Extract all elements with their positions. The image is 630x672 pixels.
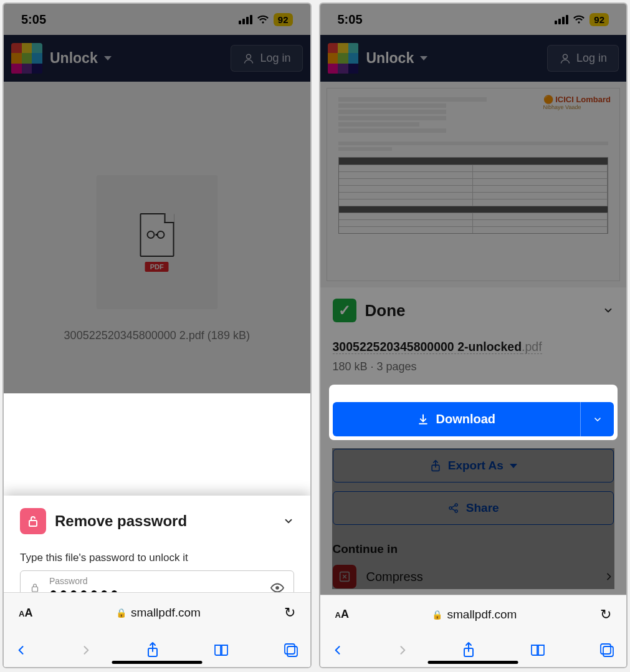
sheet-title: Remove password — [55, 512, 274, 530]
share-icon[interactable] — [145, 641, 160, 659]
lock-icon: 🔒 — [432, 610, 442, 620]
tool-dropdown[interactable]: Unlock — [50, 50, 112, 67]
done-label: Done — [365, 301, 594, 320]
compress-option[interactable]: Compress — [333, 565, 614, 588]
header-title: Unlock — [50, 50, 98, 67]
compress-icon — [333, 565, 356, 588]
app-header: Unlock Log in — [4, 35, 310, 82]
file-card: PDF — [96, 175, 217, 309]
back-icon[interactable] — [332, 642, 344, 658]
lock-icon: 🔒 — [116, 608, 126, 618]
export-as-button[interactable]: Export As — [333, 449, 614, 482]
compress-label: Compress — [366, 570, 594, 584]
text-size-button[interactable]: AA — [335, 608, 349, 621]
reload-icon[interactable]: ↻ — [600, 607, 611, 623]
status-bar: 5:05 92 — [4, 4, 310, 35]
svg-rect-6 — [287, 646, 297, 656]
svg-rect-15 — [603, 646, 613, 656]
bookmarks-icon[interactable] — [212, 643, 230, 658]
result-extension: .pdf — [522, 340, 542, 354]
chevron-right-icon — [604, 572, 614, 582]
home-indicator[interactable] — [112, 661, 202, 664]
battery-badge: 92 — [274, 13, 293, 26]
tabs-icon[interactable] — [599, 642, 615, 658]
result-filename[interactable]: 300522520345800000 2-unlocked — [333, 340, 522, 354]
url-display[interactable]: 🔒 smallpdf.com — [432, 608, 517, 622]
share-icon[interactable] — [461, 641, 476, 659]
result-meta: 180 kB · 3 pages — [333, 360, 614, 373]
url-display[interactable]: 🔒 smallpdf.com — [116, 606, 201, 620]
chevron-down-icon — [104, 56, 112, 60]
tabs-icon[interactable] — [283, 642, 299, 658]
svg-rect-1 — [29, 521, 37, 526]
forward-icon — [396, 642, 409, 658]
download-icon — [417, 413, 429, 426]
check-icon: ✓ — [333, 299, 356, 322]
user-icon — [242, 52, 255, 65]
svg-rect-2 — [32, 587, 38, 592]
wifi-icon — [257, 15, 269, 24]
svg-point-0 — [247, 54, 251, 59]
share-button[interactable]: Share — [333, 491, 614, 525]
svg-rect-5 — [285, 644, 295, 654]
reload-icon[interactable]: ↻ — [284, 605, 295, 621]
app-logo[interactable] — [11, 43, 42, 74]
chevron-down-icon[interactable] — [603, 305, 614, 316]
dim-overlay — [320, 4, 627, 287]
bookmarks-icon[interactable] — [529, 643, 546, 658]
safari-address-bar[interactable]: AA 🔒 smallpdf.com ↻ — [4, 592, 310, 633]
pdf-file-icon — [140, 213, 174, 257]
chevron-down-icon[interactable] — [283, 516, 294, 527]
pdf-badge: PDF — [145, 262, 169, 272]
back-icon[interactable] — [15, 642, 27, 658]
text-size-button[interactable]: AA — [19, 607, 32, 620]
done-header[interactable]: ✓ Done — [333, 299, 614, 322]
forward-icon — [80, 642, 92, 658]
unlock-icon — [20, 508, 46, 534]
phone-right: 5:05 92 Unlock Log in — [319, 2, 628, 668]
svg-point-3 — [275, 586, 279, 590]
login-button[interactable]: Log in — [231, 45, 302, 72]
safari-address-bar[interactable]: AA 🔒 smallpdf.com ↻ — [320, 595, 627, 634]
share-nodes-icon — [447, 502, 460, 514]
phone-left: 5:05 92 Unlock Log in PDF — [2, 2, 312, 668]
login-label: Log in — [260, 52, 290, 65]
sheet-subtitle: Type this file's password to unlock it — [20, 552, 294, 564]
status-time: 5:05 — [21, 12, 46, 27]
continue-heading: Continue in — [333, 542, 614, 556]
svg-rect-14 — [601, 644, 611, 654]
download-button[interactable]: Download — [333, 402, 581, 436]
cellular-icon — [239, 15, 252, 24]
download-options-button[interactable] — [580, 402, 614, 436]
chevron-down-icon — [510, 464, 517, 468]
home-indicator[interactable] — [428, 661, 518, 664]
file-info: 300522520345800000 2.pdf (189 kB) — [4, 329, 310, 342]
download-button-group: Download — [333, 402, 614, 436]
export-icon — [429, 459, 442, 472]
